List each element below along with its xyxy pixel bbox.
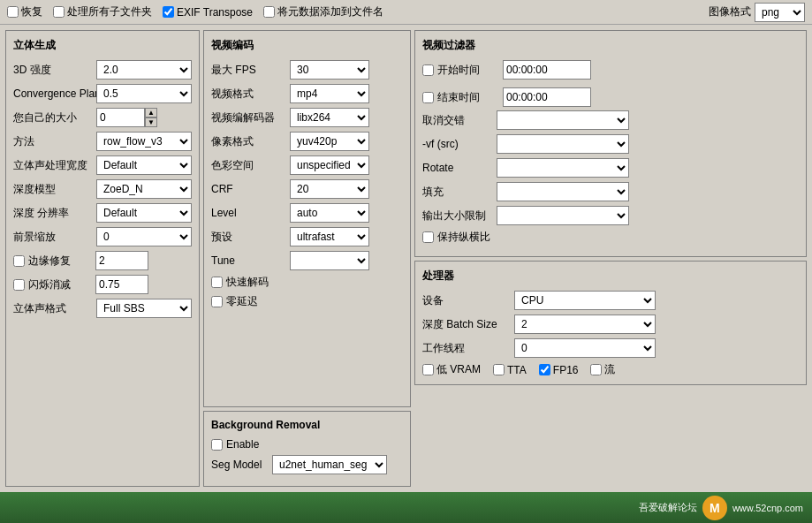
stereo-title: 立体生成 [13,38,192,53]
method-select[interactable]: row_flow_v3 [96,132,192,151]
rotate-row: Rotate [422,158,799,178]
low-vram-label[interactable]: 低 VRAM [422,362,481,377]
cancel-mux-select[interactable] [497,110,629,130]
watermark-logo: M [702,496,727,520]
restore-checkbox[interactable] [7,6,19,18]
flash-eliminate-input[interactable]: 0.75 [95,275,148,294]
processor-panel: 处理器 设备 CPU 深度 Batch Size 2 工作线程 [414,261,807,385]
maintain-aspect-label: 保持纵横比 [437,230,490,245]
tune-row: Tune [211,251,403,270]
fp16-label[interactable]: FP16 [539,364,579,376]
image-format-row: 图像格式 png jpg webp [709,3,805,22]
preset-select[interactable]: ultrafast [290,227,369,246]
fill-row: 填充 [422,182,799,201]
depth-resolution-row: 深度 分辨率 Default [13,203,192,223]
crf-row: CRF 20 [211,179,403,199]
start-time-input[interactable]: 00:00:00 [503,60,591,80]
workers-label: 工作线程 [422,341,511,356]
fp16-text: FP16 [553,364,579,376]
video-filter-title: 视频过滤器 [422,38,799,53]
stream-checkbox[interactable] [590,364,602,375]
zero-latency-row: 零延迟 [211,294,403,309]
vf-src-label: -vf (src) [422,138,493,150]
pixel-format-select[interactable]: yuv420p [290,132,369,151]
tune-label: Tune [211,254,286,267]
depth-resolution-select[interactable]: Default [96,203,192,223]
zero-latency-checkbox[interactable] [211,296,223,307]
image-format-select[interactable]: png jpg webp [755,3,805,22]
stereo-width-select[interactable]: Default [96,155,192,175]
process-subfolders-label[interactable]: 处理所有子文件夹 [53,4,152,19]
stereo-format-select[interactable]: Full SBS [96,299,192,318]
maintain-aspect-row: 保持纵横比 [422,230,799,245]
tune-select[interactable] [290,251,369,270]
right-panels: 视频过滤器 开始时间 00:00:00 结束时间 00:00:00 取消交错 [414,30,807,487]
tta-checkbox[interactable] [493,364,505,375]
end-time-label: 结束时间 [437,90,499,105]
max-fps-label: 最大 FPS [211,63,286,78]
fg-zoom-select[interactable]: 0 [96,227,192,246]
bg-enable-row: Enable [211,438,403,451]
tta-label[interactable]: TTA [493,364,527,376]
own-size-row: 您自己的大小 0 ▲ ▼ [13,108,192,127]
depth-model-label: 深度模型 [13,182,93,197]
process-subfolders-checkbox[interactable] [53,6,65,18]
maintain-aspect-checkbox[interactable] [422,231,434,243]
color-space-select[interactable]: unspecified [290,155,369,175]
preset-row: 预设 ultrafast [211,227,403,246]
method-label: 方法 [13,134,93,149]
level-select[interactable]: auto [290,203,369,223]
own-size-spinner-btns: ▲ ▼ [145,108,157,127]
convergence-select[interactable]: 0.5 [96,84,192,103]
convergence-label: Convergence Plane [13,87,93,100]
stereo-format-row: 立体声格式 Full SBS [13,299,192,318]
flash-eliminate-checkbox[interactable] [13,279,25,291]
exif-transpose-checkbox[interactable] [163,6,174,18]
rotate-label: Rotate [422,162,493,174]
video-format-select[interactable]: mp4 [290,84,369,103]
rotate-select[interactable] [497,158,629,178]
depth-model-select[interactable]: ZoeD_N [96,179,192,199]
fill-select[interactable] [497,182,629,201]
video-codec-select[interactable]: libx264 [290,108,369,127]
own-size-up-btn[interactable]: ▲ [145,108,157,117]
processor-title: 处理器 [422,269,799,284]
add-metadata-checkbox[interactable] [263,6,275,18]
end-time-input[interactable]: 00:00:00 [503,87,591,107]
pixel-format-label: 像素格式 [211,134,286,149]
level-label: Level [211,207,286,219]
output-size-select[interactable] [497,206,629,225]
workers-select[interactable]: 0 [514,338,656,358]
add-metadata-label[interactable]: 将元数据添加到文件名 [263,4,383,19]
edge-fix-input[interactable]: 2 [95,251,148,270]
bg-enable-checkbox[interactable] [211,439,223,451]
bg-removal-title: Background Removal [211,419,403,431]
own-size-input[interactable]: 0 [96,108,145,127]
vf-src-select[interactable] [497,134,629,154]
end-time-checkbox[interactable] [422,92,434,103]
max-fps-select[interactable]: 30 [290,60,369,80]
exif-transpose-label[interactable]: EXIF Transpose [163,6,253,19]
own-size-down-btn[interactable]: ▼ [145,117,157,127]
batch-size-row: 深度 Batch Size 2 [422,315,799,334]
seg-model-select[interactable]: u2net_human_seg [272,455,387,474]
low-vram-checkbox[interactable] [422,364,434,375]
restore-checkbox-label[interactable]: 恢复 [7,4,42,19]
edge-fix-row: 边缘修复 2 [13,251,192,270]
stream-label[interactable]: 流 [590,362,615,377]
crf-select[interactable]: 20 [290,179,369,199]
start-time-checkbox[interactable] [422,64,434,76]
device-row: 设备 CPU [422,291,799,310]
depth-3d-select[interactable]: 2.0 [96,60,192,80]
batch-size-select[interactable]: 2 [514,315,656,334]
depth-3d-row: 3D 强度 2.0 [13,60,192,80]
restore-label: 恢复 [21,4,42,19]
convergence-row: Convergence Plane 0.5 [13,84,192,103]
start-time-row: 开始时间 00:00:00 [422,60,799,83]
edge-fix-checkbox[interactable] [13,255,25,267]
fp16-checkbox[interactable] [539,364,550,375]
device-select[interactable]: CPU [514,291,656,310]
fast-decode-row: 快速解码 [211,275,403,290]
fast-decode-checkbox[interactable] [211,277,223,288]
video-encode-panel: 视频编码 最大 FPS 30 视频格式 mp4 视频编解码器 [203,30,411,407]
